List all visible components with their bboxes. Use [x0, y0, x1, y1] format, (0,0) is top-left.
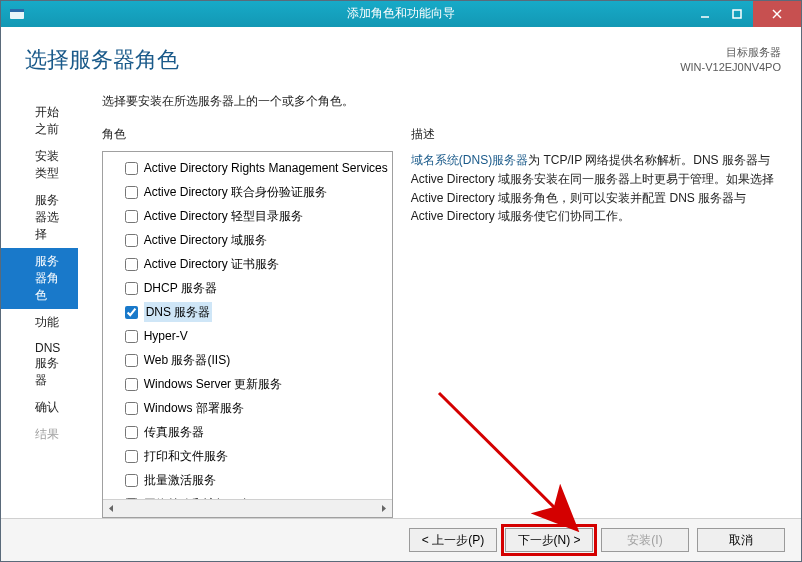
role-label: Active Directory 域服务 — [144, 230, 267, 250]
page-title: 选择服务器角色 — [25, 45, 179, 75]
target-label: 目标服务器 — [680, 45, 781, 60]
install-button[interactable]: 安装(I) — [601, 528, 689, 552]
role-label: Windows 部署服务 — [144, 398, 244, 418]
wizard-steps-sidebar: 开始之前安装类型服务器选择服务器角色功能DNS 服务器确认结果 — [1, 89, 78, 518]
sidebar-step-2[interactable]: 服务器选择 — [1, 187, 78, 248]
role-item[interactable]: Windows Server 更新服务 — [103, 372, 392, 396]
target-server-info: 目标服务器 WIN-V12EJ0NV4PO — [680, 45, 781, 76]
role-checkbox[interactable] — [125, 234, 138, 247]
role-label: Active Directory 轻型目录服务 — [144, 206, 303, 226]
roles-heading: 角色 — [102, 126, 393, 143]
role-checkbox[interactable] — [125, 426, 138, 439]
role-item[interactable]: Active Directory Rights Management Servi… — [103, 156, 392, 180]
role-item[interactable]: Hyper-V — [103, 324, 392, 348]
svg-rect-3 — [733, 10, 741, 18]
role-item[interactable]: Active Directory 联合身份验证服务 — [103, 180, 392, 204]
description-text: 域名系统(DNS)服务器为 TCP/IP 网络提供名称解析。DNS 服务器与 A… — [411, 151, 781, 225]
target-server-name: WIN-V12EJ0NV4PO — [680, 60, 781, 75]
role-item[interactable]: 打印和文件服务 — [103, 444, 392, 468]
next-button[interactable]: 下一步(N) > — [505, 528, 593, 552]
role-item[interactable]: 网络策略和访问服务 — [103, 492, 392, 499]
roles-list[interactable]: Active Directory Rights Management Servi… — [103, 152, 392, 499]
title-bar: 添加角色和功能向导 — [1, 1, 801, 27]
role-label: Active Directory Rights Management Servi… — [144, 158, 388, 178]
sidebar-step-6[interactable]: 确认 — [1, 394, 78, 421]
role-label: Active Directory 证书服务 — [144, 254, 279, 274]
description-heading: 描述 — [411, 126, 781, 143]
chevron-right-icon[interactable] — [375, 500, 392, 517]
maximize-button[interactable] — [721, 1, 753, 27]
role-item[interactable]: Active Directory 证书服务 — [103, 252, 392, 276]
role-checkbox[interactable] — [125, 258, 138, 271]
role-checkbox[interactable] — [125, 162, 138, 175]
role-checkbox[interactable] — [125, 210, 138, 223]
main-panel: 选择要安装在所选服务器上的一个或多个角色。 角色 Active Director… — [78, 89, 801, 518]
role-item[interactable]: DNS 服务器 — [103, 300, 392, 324]
role-label: 批量激活服务 — [144, 470, 216, 490]
role-item[interactable]: 批量激活服务 — [103, 468, 392, 492]
body-row: 开始之前安装类型服务器选择服务器角色功能DNS 服务器确认结果 选择要安装在所选… — [1, 89, 801, 518]
role-label: Web 服务器(IIS) — [144, 350, 230, 370]
minimize-button[interactable] — [689, 1, 721, 27]
role-item[interactable]: Active Directory 轻型目录服务 — [103, 204, 392, 228]
content-area: 选择服务器角色 目标服务器 WIN-V12EJ0NV4PO 开始之前安装类型服务… — [1, 27, 801, 561]
close-button[interactable] — [753, 1, 801, 27]
previous-button[interactable]: < 上一步(P) — [409, 528, 497, 552]
sidebar-step-3[interactable]: 服务器角色 — [1, 248, 78, 309]
role-checkbox[interactable] — [125, 378, 138, 391]
role-checkbox[interactable] — [125, 306, 138, 319]
window-title: 添加角色和功能向导 — [347, 5, 455, 22]
sidebar-step-0[interactable]: 开始之前 — [1, 99, 78, 143]
role-item[interactable]: 传真服务器 — [103, 420, 392, 444]
instruction-text: 选择要安装在所选服务器上的一个或多个角色。 — [102, 93, 781, 110]
horizontal-scrollbar[interactable] — [103, 499, 392, 517]
role-checkbox[interactable] — [125, 474, 138, 487]
main-columns: 角色 Active Directory Rights Management Se… — [102, 126, 781, 518]
sidebar-step-1[interactable]: 安装类型 — [1, 143, 78, 187]
role-checkbox[interactable] — [125, 282, 138, 295]
roles-column: 角色 Active Directory Rights Management Se… — [102, 126, 393, 518]
svg-rect-1 — [10, 9, 24, 12]
role-checkbox[interactable] — [125, 402, 138, 415]
app-icon — [7, 4, 27, 24]
role-label: 传真服务器 — [144, 422, 204, 442]
cancel-button[interactable]: 取消 — [697, 528, 785, 552]
role-label: Hyper-V — [144, 326, 188, 346]
description-column: 描述 域名系统(DNS)服务器为 TCP/IP 网络提供名称解析。DNS 服务器… — [411, 126, 781, 518]
header-row: 选择服务器角色 目标服务器 WIN-V12EJ0NV4PO — [1, 27, 801, 90]
roles-listbox: Active Directory Rights Management Servi… — [102, 151, 393, 518]
role-checkbox[interactable] — [125, 186, 138, 199]
role-checkbox[interactable] — [125, 354, 138, 367]
role-item[interactable]: DHCP 服务器 — [103, 276, 392, 300]
wizard-window: 添加角色和功能向导 选择服务器角色 目标服务器 WIN-V12EJ0NV4PO … — [0, 0, 802, 562]
role-label: DHCP 服务器 — [144, 278, 217, 298]
description-link: 域名系统(DNS)服务器 — [411, 153, 528, 167]
chevron-left-icon[interactable] — [103, 500, 120, 517]
sidebar-step-4[interactable]: 功能 — [1, 309, 78, 336]
sidebar-step-5[interactable]: DNS 服务器 — [1, 336, 78, 394]
role-item[interactable]: Web 服务器(IIS) — [103, 348, 392, 372]
role-checkbox[interactable] — [125, 450, 138, 463]
sidebar-step-7: 结果 — [1, 421, 78, 448]
role-item[interactable]: Windows 部署服务 — [103, 396, 392, 420]
role-label: 打印和文件服务 — [144, 446, 228, 466]
role-label: Active Directory 联合身份验证服务 — [144, 182, 327, 202]
role-item[interactable]: Active Directory 域服务 — [103, 228, 392, 252]
footer-bar: < 上一步(P) 下一步(N) > 安装(I) 取消 — [1, 518, 801, 561]
role-label: DNS 服务器 — [144, 302, 213, 322]
window-buttons — [689, 1, 801, 27]
role-label: Windows Server 更新服务 — [144, 374, 283, 394]
role-checkbox[interactable] — [125, 330, 138, 343]
